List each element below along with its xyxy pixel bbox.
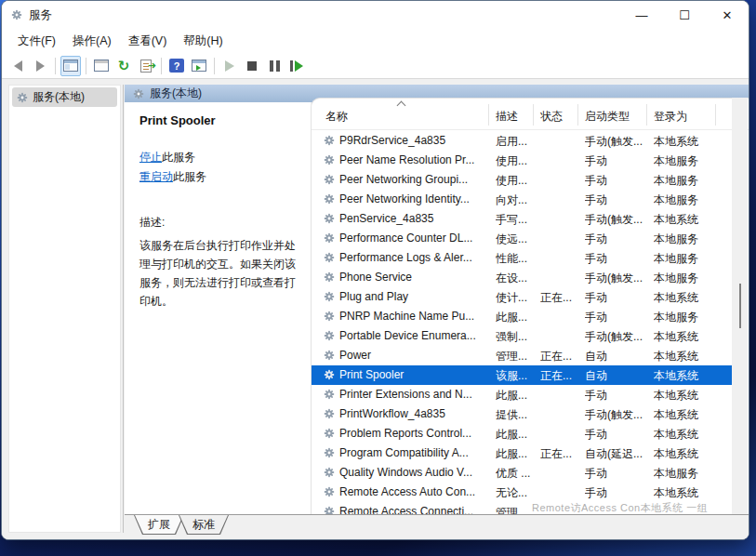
properties-button[interactable] <box>91 56 112 76</box>
service-name: Peer Name Resolution Pr... <box>339 153 486 166</box>
service-row[interactable]: Print Spooler 该服... 正在... 自动 本地系统 <box>312 365 734 385</box>
menu-view[interactable]: 查看(V) <box>120 30 176 53</box>
export-list-button[interactable]: ➜ <box>136 56 156 76</box>
service-name: Problem Reports Control... <box>339 427 486 440</box>
service-name: Phone Service <box>339 271 486 284</box>
service-description: 性能... <box>496 251 538 267</box>
refresh-icon: ↻ <box>118 59 130 73</box>
service-row[interactable]: Peer Networking Groupi... 使用... 手动 本地服务 <box>312 170 734 190</box>
service-row[interactable]: PrintWorkflow_4a835 提供... 手动(触发... 本地系统 <box>312 404 734 424</box>
service-row[interactable]: PNRP Machine Name Pu... 此服... 手动 本地服务 <box>312 307 734 326</box>
service-startup-type: 手动 <box>585 290 644 306</box>
column-header-description[interactable]: 描述 <box>496 109 518 125</box>
service-name: Peer Networking Identity... <box>339 192 486 205</box>
service-description: 此服... <box>496 427 538 443</box>
service-startup-type: 手动 <box>585 251 644 267</box>
tree-item-services-local[interactable]: 服务(本地) <box>12 87 117 107</box>
column-header-logon-as[interactable]: 登录为 <box>654 109 687 125</box>
stop-service-line: 停止此服务 <box>139 148 298 167</box>
service-row[interactable]: Power 管理... 正在... 自动 本地系统 <box>312 346 734 365</box>
service-logon-as: 本地服务 <box>654 251 728 267</box>
scrollbar-thumb[interactable] <box>739 284 741 328</box>
service-description: 该服... <box>496 368 538 384</box>
service-logon-as: 本地服务 <box>654 192 728 208</box>
service-description-text: 该服务在后台执行打印作业并处理与打印机的交互。如果关闭该服务，则无法进行打印或查… <box>139 236 305 311</box>
tab-extended[interactable]: 扩展 <box>135 515 183 534</box>
vertical-scrollbar[interactable] <box>732 98 748 514</box>
service-row[interactable]: Performance Logs & Aler... 性能... 手动 本地服务 <box>312 248 734 268</box>
restart-service-link[interactable]: 重启动 <box>139 170 173 183</box>
forward-button[interactable] <box>30 56 50 76</box>
desktop-background: 服务 — ☐ ✕ 文件(F) 操作(A) 查看(V) 帮助(H) ↻ <box>0 0 756 556</box>
menu-help[interactable]: 帮助(H) <box>175 30 231 53</box>
service-logon-as: 本地服务 <box>654 153 728 169</box>
help-button[interactable]: ? <box>166 56 187 76</box>
pause-icon <box>270 60 280 72</box>
maximize-button[interactable]: ☐ <box>663 1 706 29</box>
service-row[interactable]: Portable Device Enumera... 强制... 手动(触发..… <box>312 326 734 346</box>
window-title: 服务 <box>29 7 52 23</box>
start-service-button[interactable] <box>219 56 240 76</box>
sort-ascending-icon <box>398 100 405 108</box>
show-action-pane-button[interactable] <box>189 56 209 76</box>
service-name: Remote Access Auto Con... <box>339 485 486 498</box>
minimize-button[interactable]: — <box>620 1 663 29</box>
service-gear-icon <box>324 135 335 146</box>
service-description: 此服... <box>496 388 538 404</box>
column-header-name[interactable]: 名称 <box>325 109 348 125</box>
list-header-row: 名称 描述 状态 启动类型 登录为 <box>312 99 749 130</box>
stop-service-button[interactable] <box>242 56 262 76</box>
description-label: 描述: <box>139 215 298 231</box>
service-startup-type: 手动(触发... <box>585 134 644 150</box>
service-gear-icon <box>324 467 335 478</box>
service-description: 手写... <box>496 212 538 228</box>
service-gear-icon <box>324 486 335 497</box>
service-row[interactable]: Quality Windows Audio V... 优质 ... 手动 本地服… <box>312 463 734 483</box>
refresh-button[interactable]: ↻ <box>113 56 134 76</box>
service-logon-as: 本地系统 <box>654 446 728 462</box>
service-logon-as: 本地服务 <box>654 232 728 247</box>
menu-action[interactable]: 操作(A) <box>64 30 120 53</box>
menu-file[interactable]: 文件(F) <box>9 30 64 53</box>
column-header-status[interactable]: 状态 <box>540 109 563 125</box>
service-row[interactable]: Peer Networking Identity... 向对... 手动 本地服… <box>312 190 734 209</box>
service-logon-as: 本地系统 <box>654 212 728 228</box>
service-row[interactable]: Plug and Play 使计... 正在... 手动 本地系统 <box>312 287 734 307</box>
service-startup-type: 手动 <box>585 232 644 247</box>
service-row[interactable]: Phone Service 在设... 手动(触发... 本地服务 <box>312 268 734 287</box>
service-row[interactable]: Peer Name Resolution Pr... 使用... 手动 本地服务 <box>312 151 734 170</box>
service-description: 无论... <box>496 485 538 501</box>
service-startup-type: 手动 <box>585 173 644 189</box>
pause-service-button[interactable] <box>264 56 285 76</box>
back-button[interactable] <box>7 56 28 76</box>
service-logon-as: 本地服务 <box>654 173 728 189</box>
service-status: 正在... <box>540 349 583 364</box>
service-row[interactable]: Problem Reports Control... 此服... 手动 本地系统 <box>312 424 734 443</box>
service-name: Power <box>339 349 486 362</box>
back-arrow-icon <box>14 60 22 72</box>
stop-icon <box>247 61 257 71</box>
services-window: 服务 — ☐ ✕ 文件(F) 操作(A) 查看(V) 帮助(H) ↻ <box>1 0 749 540</box>
service-gear-icon <box>324 408 335 419</box>
pane-splitter[interactable] <box>123 85 124 533</box>
service-row[interactable]: Remote Access Auto Con... 无论... 手动 本地系统 <box>312 483 734 502</box>
close-button[interactable]: ✕ <box>706 1 749 29</box>
service-gear-icon <box>324 271 335 283</box>
service-description: 使远... <box>496 232 538 247</box>
service-row[interactable]: P9RdrService_4a835 启用... 手动(触发... 本地系统 <box>312 131 734 151</box>
service-row[interactable]: Printer Extensions and N... 此服... 手动 本地系… <box>312 385 734 404</box>
service-description: 此服... <box>496 310 538 325</box>
service-row[interactable]: Performance Counter DL... 使远... 手动 本地服务 <box>312 229 734 248</box>
service-logon-as: 本地系统 <box>654 290 728 306</box>
stop-service-link[interactable]: 停止 <box>139 151 162 164</box>
service-gear-icon <box>324 193 335 205</box>
service-row[interactable]: Program Compatibility A... 此服... 正在... 自… <box>312 443 734 463</box>
service-name: Performance Counter DL... <box>339 232 486 245</box>
show-console-tree-button[interactable] <box>60 56 81 76</box>
restart-service-button[interactable] <box>286 56 307 76</box>
column-header-startup-type[interactable]: 启动类型 <box>585 109 630 125</box>
service-logon-as: 本地系统 <box>654 407 728 423</box>
service-row[interactable]: PenService_4a835 手写... 手动(触发... 本地系统 <box>312 209 734 229</box>
tab-standard[interactable]: 标准 <box>179 515 228 534</box>
service-startup-type: 自动(延迟... <box>585 446 644 462</box>
